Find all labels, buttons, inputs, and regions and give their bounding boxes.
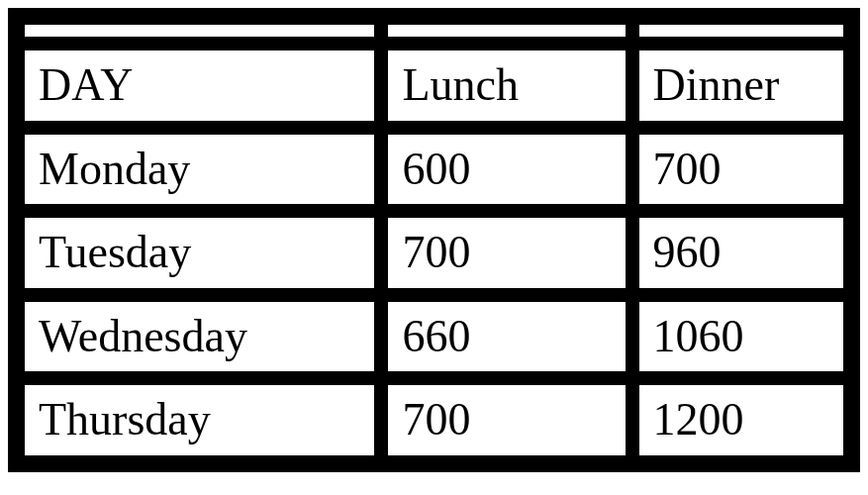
- table-row: Wednesday 660 1060: [22, 299, 846, 375]
- cell-dinner: 1060: [636, 299, 846, 375]
- spacer-cell: [636, 22, 846, 40]
- header-day: DAY: [22, 48, 377, 124]
- table-header-row: DAY Lunch Dinner: [22, 48, 846, 124]
- table-row: Monday 600 700: [22, 132, 846, 208]
- table-row: Tuesday 700 960: [22, 215, 846, 291]
- cell-day: Tuesday: [22, 215, 377, 291]
- cell-day: Thursday: [22, 382, 377, 458]
- spacer-row: [22, 22, 846, 40]
- header-lunch: Lunch: [385, 48, 627, 124]
- cell-lunch: 700: [385, 382, 627, 458]
- data-table-container: DAY Lunch Dinner Monday 600 700 Tuesday …: [8, 8, 860, 472]
- cell-dinner: 700: [636, 132, 846, 208]
- cell-day: Wednesday: [22, 299, 377, 375]
- header-dinner: Dinner: [636, 48, 846, 124]
- cell-dinner: 1200: [636, 382, 846, 458]
- cell-lunch: 700: [385, 215, 627, 291]
- table-row: Thursday 700 1200: [22, 382, 846, 458]
- cell-day: Monday: [22, 132, 377, 208]
- cell-dinner: 960: [636, 215, 846, 291]
- cell-lunch: 660: [385, 299, 627, 375]
- spacer-cell: [385, 22, 627, 40]
- spacer-cell: [22, 22, 377, 40]
- data-table: DAY Lunch Dinner Monday 600 700 Tuesday …: [14, 14, 854, 466]
- cell-lunch: 600: [385, 132, 627, 208]
